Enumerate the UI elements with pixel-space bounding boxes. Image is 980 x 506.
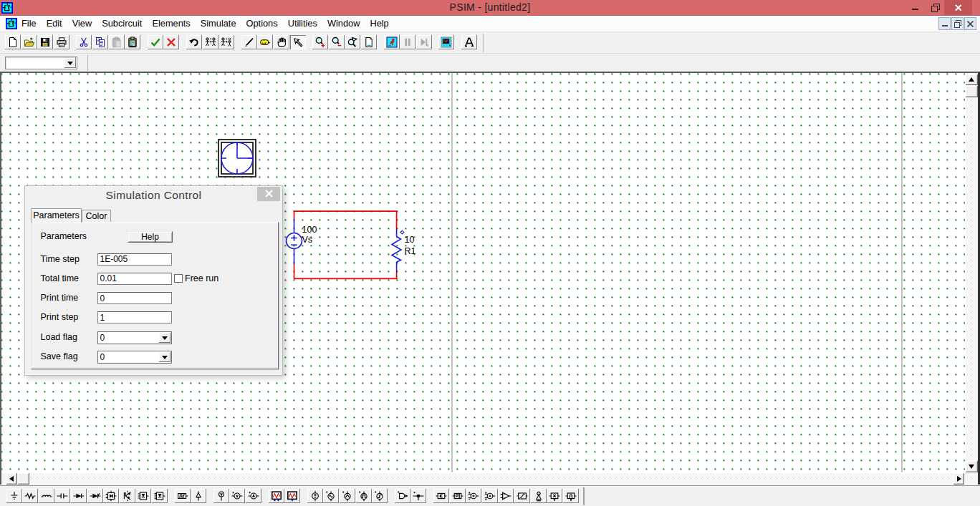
zoom-area-button[interactable]	[345, 35, 360, 49]
menu-item-view[interactable]: View	[67, 16, 97, 31]
ground-button[interactable]	[6, 489, 22, 503]
pi-controller-button[interactable]	[450, 489, 466, 503]
diode-button[interactable]	[71, 489, 87, 503]
load-flag-dropdown[interactable]: 0	[97, 331, 172, 344]
diode-bridge-button[interactable]	[135, 489, 151, 503]
scroll-down-button[interactable]	[966, 461, 978, 472]
copy-button[interactable]	[92, 35, 108, 49]
multiplier-button[interactable]	[547, 489, 562, 503]
menu-item-window[interactable]: Window	[322, 16, 365, 31]
summer-plus-button[interactable]	[482, 489, 498, 503]
on-off-switch-controller-button[interactable]	[395, 489, 410, 503]
horizontal-scroll-thumb[interactable]	[18, 473, 29, 485]
run-simulation-button[interactable]	[384, 35, 400, 49]
sensor-button[interactable]	[410, 489, 426, 503]
save-flag-dropdown[interactable]: 0	[97, 351, 172, 364]
menu-item-elements[interactable]: Elements	[147, 16, 195, 31]
ammeter-button[interactable]	[246, 489, 261, 503]
machine-load-button[interactable]	[531, 489, 547, 503]
combo-dropdown-button[interactable]	[64, 58, 76, 68]
select-button[interactable]	[290, 35, 306, 49]
sample-hold-button[interactable]	[563, 489, 579, 503]
minimize-button[interactable]	[905, 0, 925, 15]
enter-subcircuit-button[interactable]	[203, 35, 218, 49]
step-source-button[interactable]	[372, 489, 388, 503]
capacitor-button[interactable]	[54, 489, 70, 503]
mdi-close-button[interactable]	[964, 17, 976, 30]
schematic-canvas[interactable]: 100 Vs 10 R1 Simulation Control Paramete…	[1, 73, 965, 472]
help-button[interactable]: Help	[128, 231, 173, 243]
gating-block-button[interactable]	[175, 489, 191, 503]
paste-special-button[interactable]	[125, 35, 140, 49]
free-run-checkbox[interactable]	[174, 274, 183, 283]
menu-item-options[interactable]: Options	[241, 16, 283, 31]
menu-item-help[interactable]: Help	[365, 16, 393, 31]
voltmeter-button[interactable]	[229, 489, 245, 503]
dialog-close-button[interactable]	[257, 187, 280, 201]
save-file-button[interactable]	[37, 35, 53, 49]
cancel-x-button[interactable]	[163, 35, 179, 49]
gto-module-button[interactable]	[120, 489, 135, 503]
element-search-combo[interactable]	[5, 57, 77, 69]
print-step-field[interactable]	[97, 311, 172, 324]
sine-source-button[interactable]	[323, 489, 339, 503]
scroll-up-button[interactable]	[966, 74, 978, 86]
simulation-control-block[interactable]	[218, 139, 256, 177]
voltage-probe-button[interactable]	[213, 489, 229, 503]
close-button[interactable]	[944, 0, 972, 15]
inductor-button[interactable]	[39, 489, 54, 503]
total-time-field[interactable]	[97, 273, 172, 286]
thyristor-button[interactable]	[87, 489, 103, 503]
resistor-button[interactable]	[22, 489, 38, 503]
menu-item-file[interactable]: File	[16, 16, 42, 31]
square-source-button[interactable]	[356, 489, 372, 503]
wires[interactable]	[294, 211, 398, 280]
undo-button[interactable]	[186, 35, 202, 49]
tab-color[interactable]: Color	[82, 210, 111, 223]
step-simulation-button[interactable]	[416, 35, 432, 49]
triangle-source-button[interactable]	[340, 489, 355, 503]
print-time-field[interactable]	[97, 292, 172, 305]
mdi-minimize-button[interactable]	[938, 17, 951, 30]
apply-check-button[interactable]	[148, 35, 163, 49]
tab-parameters[interactable]: Parameters	[31, 208, 82, 223]
limiter-button[interactable]	[514, 489, 530, 503]
open-file-button[interactable]	[21, 35, 37, 49]
scroll-right-button[interactable]	[953, 473, 964, 485]
scroll-left-button[interactable]	[6, 473, 17, 485]
new-file-button[interactable]	[5, 35, 21, 49]
gain-block-button[interactable]	[433, 489, 449, 503]
print-button[interactable]	[54, 35, 69, 49]
save-flag-dropdown-button[interactable]	[159, 352, 170, 363]
menu-item-simulate[interactable]: Simulate	[196, 16, 241, 31]
menu-item-subcircuit[interactable]: Subcircuit	[97, 16, 147, 31]
zoom-in-button[interactable]	[312, 35, 328, 49]
time-step-field[interactable]	[97, 253, 172, 266]
load-flag-dropdown-button[interactable]	[159, 333, 170, 344]
horizontal-scrollbar[interactable]	[1, 473, 978, 485]
thyristor-bridge-button[interactable]	[152, 489, 168, 503]
menu-item-edit[interactable]: Edit	[42, 16, 67, 31]
menu-item-utilities[interactable]: Utilities	[283, 16, 322, 31]
pause-simulation-button[interactable]	[400, 35, 415, 49]
voltage-source[interactable]	[287, 219, 302, 265]
node-probe-button[interactable]	[191, 489, 206, 503]
cut-button[interactable]	[76, 35, 92, 49]
maximize-restore-button[interactable]	[925, 0, 944, 15]
fit-page-button[interactable]	[361, 35, 377, 49]
pan-button[interactable]	[274, 35, 289, 49]
run-simview-button[interactable]	[438, 35, 454, 49]
summer-minus-button[interactable]	[466, 489, 481, 503]
zoom-out-button[interactable]	[329, 35, 345, 49]
exit-subcircuit-button[interactable]	[218, 35, 234, 49]
current-scope-button[interactable]	[284, 489, 300, 503]
vertical-scroll-thumb[interactable]	[966, 86, 978, 98]
dc-source-button[interactable]	[307, 489, 323, 503]
vertical-scrollbar[interactable]	[966, 74, 978, 473]
place-label-button[interactable]	[257, 35, 273, 49]
igbt-module-button[interactable]	[103, 489, 119, 503]
voltage-scope-button[interactable]	[269, 489, 284, 503]
comparator-button[interactable]	[498, 489, 514, 503]
draw-wire-button[interactable]	[241, 35, 257, 49]
mdi-restore-button[interactable]	[951, 17, 964, 30]
